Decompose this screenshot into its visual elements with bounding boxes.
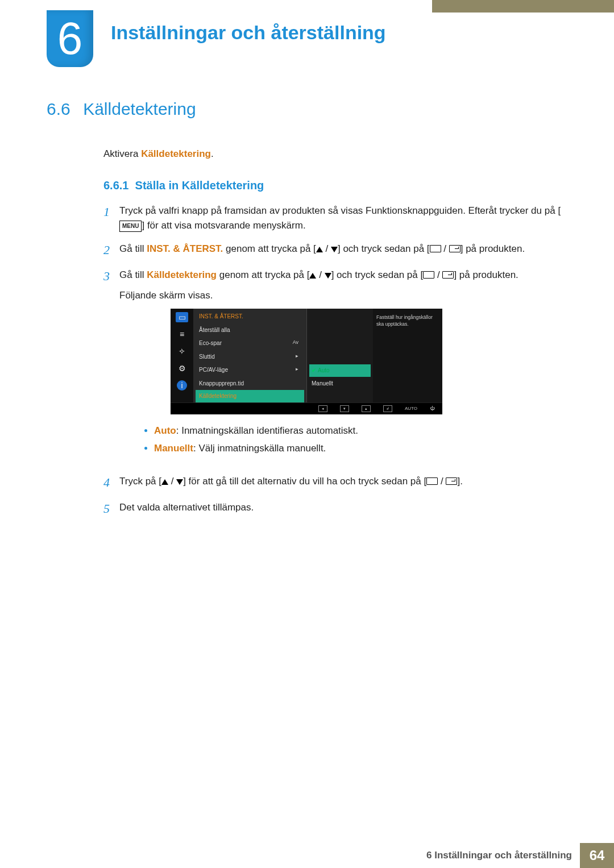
text: ] och tryck sedan på [ (338, 243, 430, 254)
step-5: 5 Det valda alternativet tillämpas. (103, 500, 569, 518)
page-number: 64 (580, 843, 614, 868)
text: Följande skärm visas. (119, 288, 569, 303)
keyword: INST. & ÅTERST. (147, 243, 223, 254)
step-number: 5 (103, 499, 119, 518)
page-footer: 6 Inställningar och återställning 64 (0, 843, 614, 868)
select-icon (423, 271, 434, 279)
text: : Välj inmatningskälla manuellt. (193, 443, 326, 454)
section-title: Källdetektering (83, 99, 196, 118)
osd-menu: INST. & ÅTERST. Återställ alla Eco-sparA… (193, 309, 307, 402)
osd-screenshot: ▭ ≡ ✧ ⚙ i INST. & ÅTERST. Återställ alla… (171, 309, 442, 414)
label: Eco-spar (199, 339, 222, 348)
arrow-up-icon (309, 273, 316, 279)
label: Auto (318, 367, 330, 373)
osd-description: Fastställ hur ingångskällor ska upptäcka… (373, 309, 442, 402)
keyword: Källdetektering (147, 269, 217, 280)
osd-footer: ◂ ▾ ▴ ↲ AUTO ⏻ (171, 402, 442, 414)
value: Av (293, 339, 298, 348)
chapter-number-badge: 6 (47, 10, 93, 67)
step-number: 4 (103, 473, 119, 492)
select-icon (430, 245, 441, 252)
osd-option-manual: Manuellt (307, 377, 373, 391)
nav-up-icon: ▴ (362, 405, 371, 412)
bullet-auto: Auto: Inmatningskällan identifieras auto… (144, 422, 569, 440)
label: Källdetektering (199, 392, 237, 401)
list-icon: ≡ (176, 329, 188, 339)
bullet-icon (144, 429, 147, 432)
osd-row: Återställ alla (193, 323, 306, 337)
value: ▸ (296, 366, 298, 375)
nav-enter-icon: ↲ (383, 405, 392, 412)
text: Gå till (119, 243, 147, 254)
subsection-number: 6.6.1 (103, 179, 128, 192)
content-area: 6.6 Källdetektering Aktivera Källdetekte… (47, 99, 569, 526)
step-4: 4 Tryck på [ / ] för att gå till det alt… (103, 474, 569, 492)
text: Gå till (119, 269, 147, 280)
step-5-text: Det valda alternativet tillämpas. (119, 500, 569, 518)
step-3-text: Gå till Källdetektering genom att trycka… (119, 268, 569, 466)
menu-button-icon: MENU (119, 221, 142, 232)
keyword: Auto (154, 425, 176, 436)
osd-row-selected: Källdetektering (196, 390, 304, 402)
text: ] och tryck sedan på [ (331, 269, 424, 280)
label: Återställ alla (199, 326, 230, 335)
step-number: 3 (103, 267, 119, 466)
bullet-icon (144, 447, 147, 450)
label: Knappupprepn.tid (199, 379, 244, 388)
step-3: 3 Gå till Källdetektering genom att tryc… (103, 268, 569, 466)
section-number: 6.6 (47, 99, 70, 118)
auto-label: AUTO (405, 405, 417, 412)
section-heading: 6.6 Källdetektering (47, 99, 569, 119)
step-2: 2 Gå till INST. & ÅTERST. genom att tryc… (103, 242, 569, 260)
enter-icon (446, 477, 457, 485)
step-number: 1 (103, 202, 119, 234)
move-icon: ✧ (176, 346, 188, 356)
text: ] för att gå till det alternativ du vill… (183, 476, 426, 487)
arrow-down-icon (325, 273, 331, 279)
text: genom att trycka på [ (217, 269, 309, 280)
gear-icon: ⚙ (176, 363, 188, 373)
text: : Inmatningskällan identifieras automati… (176, 425, 358, 436)
option-bullets: Auto: Inmatningskällan identifieras auto… (144, 422, 569, 457)
text: Tryck på valfri knapp på framsidan av pr… (119, 205, 561, 216)
text: ] på produkten. (460, 243, 525, 254)
text: ] på produkten. (454, 269, 518, 280)
arrow-down-icon (176, 479, 183, 485)
top-accent-bar (432, 0, 614, 13)
monitor-icon: ▭ (176, 312, 188, 322)
text: genom att trycka på [ (223, 243, 316, 254)
arrow-up-icon (161, 479, 168, 485)
osd-submenu: ✔Auto Manuellt (307, 309, 373, 402)
nav-left-icon: ◂ (318, 405, 327, 412)
text: ]. (457, 476, 462, 487)
osd-menu-header: INST. & ÅTERST. (193, 309, 306, 323)
text: Tryck på [ (119, 476, 161, 487)
osd-row: Eco-sparAv (193, 337, 306, 350)
osd-row: Knappupprepn.tid (193, 377, 306, 391)
arrow-down-icon (331, 247, 338, 252)
step-1-text: Tryck på valfri knapp på framsidan av pr… (119, 203, 569, 234)
label: Sluttid (199, 352, 215, 362)
keyword: Manuellt (154, 443, 193, 454)
numbered-steps: 1 Tryck på valfri knapp på framsidan av … (103, 203, 569, 518)
intro-text: Aktivera Källdetektering. (103, 148, 569, 160)
text: ] för att visa motsvarande menyskärm. (142, 220, 305, 231)
label: PC/AV-läge (199, 366, 228, 375)
osd-row: PC/AV-läge▸ (193, 363, 306, 377)
enter-icon (442, 271, 454, 279)
bullet-manual: Manuellt: Välj inmatningskälla manuellt. (144, 440, 569, 458)
chapter-title: Inställningar och återställning (111, 22, 386, 44)
power-icon: ⏻ (430, 405, 434, 412)
intro-keyword: Källdetektering (141, 148, 211, 159)
subsection-title: Ställa in Källdetektering (135, 179, 264, 192)
value: ▸ (296, 352, 298, 362)
osd-sidebar: ▭ ≡ ✧ ⚙ i (171, 309, 193, 402)
osd-option-auto: ✔Auto (309, 364, 371, 377)
select-icon (426, 477, 438, 485)
step-number: 2 (103, 240, 119, 260)
step-4-text: Tryck på [ / ] för att gå till det alter… (119, 474, 569, 492)
check-icon: ✔ (312, 367, 316, 373)
step-2-text: Gå till INST. & ÅTERST. genom att trycka… (119, 242, 569, 260)
arrow-up-icon (316, 247, 323, 252)
info-icon: i (177, 380, 187, 391)
